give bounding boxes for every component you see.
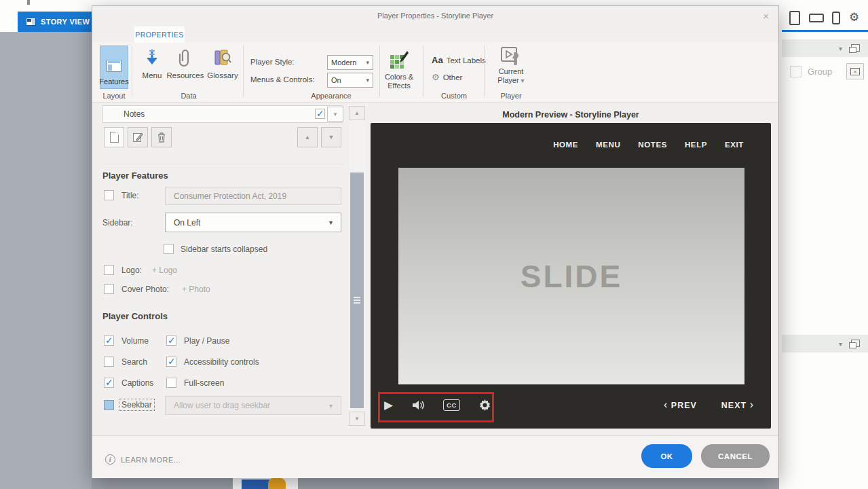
nav-help[interactable]: HELP	[685, 141, 707, 149]
sidebar-select[interactable]: On Left ▾	[165, 213, 341, 232]
player-style-label: Player Style:	[250, 58, 295, 66]
add-photo-link[interactable]: + Photo	[182, 285, 210, 294]
captions-label: Captions	[121, 378, 153, 388]
colors-effects-button[interactable]	[389, 50, 409, 70]
check-icon: ✓	[316, 109, 324, 118]
phone-icon[interactable]	[832, 12, 840, 24]
story-view-icon	[26, 18, 36, 26]
colors-effects-icon	[389, 50, 409, 70]
info-icon: i	[105, 454, 115, 465]
accessibility-checkbox[interactable]: ✓	[166, 357, 176, 367]
cancel-button[interactable]: CANCEL	[701, 444, 770, 468]
scrollbar-thumb[interactable]	[350, 173, 364, 408]
up-arrow-icon: ▲	[305, 134, 311, 141]
tablet-landscape-icon[interactable]	[809, 14, 824, 22]
resources-paperclip-icon	[178, 48, 192, 67]
colors-effects-line2: Effects	[378, 82, 420, 90]
menu-label: Menu	[143, 71, 162, 79]
menu-button[interactable]: Menu	[138, 48, 166, 79]
preview-title: Modern Preview - Storyline Player	[371, 110, 771, 120]
settings-gear-icon[interactable]: ⚙	[849, 10, 859, 24]
seekbar-select-value: Allow user to drag seekbar	[174, 401, 270, 410]
title-checkbox[interactable]: ✓	[104, 190, 114, 200]
captions-checkbox[interactable]: ✓	[104, 378, 114, 388]
next-button[interactable]: NEXT ›	[721, 400, 754, 410]
move-up-button[interactable]: ▲	[297, 127, 318, 147]
volume-checkbox[interactable]: ✓	[104, 336, 114, 346]
player-controls-header: Player Controls	[102, 311, 168, 321]
group-label: Group	[808, 67, 832, 77]
ok-button[interactable]: OK	[641, 444, 692, 468]
notes-dropdown-button[interactable]: ▾	[327, 107, 343, 122]
group-checkbox[interactable]	[790, 66, 801, 77]
group-label-data: Data	[148, 92, 229, 100]
group-label-layout: Layout	[73, 92, 155, 100]
scroll-down-button[interactable]: ▼	[349, 412, 365, 426]
seekbar-checkbox[interactable]	[104, 400, 114, 410]
logo-label: Logo:	[121, 266, 142, 275]
seekbar-select[interactable]: Allow user to drag seekbar ▾	[165, 396, 341, 415]
windows-icon[interactable]	[849, 340, 858, 348]
caret-down-icon: ▾	[329, 219, 333, 226]
current-player-line1: Current	[495, 67, 527, 76]
add-logo-link[interactable]: + Logo	[152, 266, 177, 275]
notes-label: Notes	[124, 109, 145, 119]
player-properties-dialog: Player Properties - Storyline Player × P…	[92, 5, 779, 478]
collapse-caret-icon[interactable]: ▾	[839, 340, 842, 348]
windows-icon[interactable]	[849, 44, 858, 52]
collapse-caret-icon[interactable]: ▾	[839, 45, 842, 52]
delete-item-button[interactable]	[151, 127, 172, 147]
up-arrow-icon: ▲	[354, 110, 360, 116]
fullscreen-checkbox[interactable]: ✓	[166, 378, 176, 388]
nav-menu[interactable]: MENU	[596, 141, 620, 149]
text-labels-button[interactable]: Aa Text Labels	[432, 55, 486, 65]
sidebar-collapsed-checkbox[interactable]: ✓	[164, 244, 174, 254]
scroll-up-button[interactable]: ▲	[349, 106, 365, 120]
features-button[interactable]: Features	[100, 46, 128, 89]
player-nav: HOME MENU NOTES HELP EXIT	[553, 141, 744, 149]
menus-controls-select[interactable]: On ▾	[327, 73, 373, 88]
title-input[interactable]: Consumer Protection Act, 2019	[165, 187, 341, 205]
nav-exit[interactable]: EXIT	[725, 141, 744, 149]
nav-notes[interactable]: NOTES	[638, 141, 667, 149]
prev-button[interactable]: ‹ PREV	[664, 400, 697, 410]
glossary-button[interactable]: Glossary	[205, 48, 240, 79]
tablet-portrait-icon[interactable]	[789, 11, 800, 25]
tab-properties[interactable]: PROPERTIES	[134, 26, 185, 43]
other-button[interactable]: ⚙ Other	[432, 72, 462, 82]
cover-photo-checkbox[interactable]: ✓	[104, 284, 114, 294]
background-artifact	[27, 0, 30, 5]
title-label: Title:	[121, 191, 139, 200]
player-style-select[interactable]: Modern ▾	[327, 55, 373, 70]
search-label: Search	[121, 357, 147, 367]
caret-down-icon: ▾	[334, 111, 337, 117]
annotation-highlight-box	[378, 392, 494, 422]
divider	[102, 164, 343, 164]
close-window-button[interactable]: ×	[846, 63, 864, 79]
slide-placeholder-text: SLIDE	[521, 258, 622, 295]
ribbon-divider	[132, 46, 132, 97]
group-option-row: Group ×	[782, 61, 868, 82]
sidebar-collapsed-label: Sidebar starts collapsed	[181, 244, 267, 254]
new-item-button[interactable]	[104, 127, 124, 147]
notes-list-row[interactable]: Notes	[102, 105, 343, 123]
logo-checkbox[interactable]: ✓	[104, 265, 114, 275]
play-pause-checkbox[interactable]: ✓	[166, 336, 176, 346]
learn-more-link[interactable]: i LEARN MORE...	[105, 454, 181, 465]
glossary-label: Glossary	[207, 71, 238, 79]
features-label: Features	[99, 77, 128, 86]
grip-line	[354, 300, 360, 301]
move-down-button[interactable]: ▼	[321, 127, 341, 147]
tab-story-view[interactable]: STORY VIEW	[18, 12, 92, 32]
current-player-button[interactable]: Current Player ▾	[495, 46, 527, 85]
close-icon[interactable]: ×	[763, 10, 769, 22]
play-pause-label: Play / Pause	[184, 336, 229, 346]
resources-button[interactable]: Resources	[166, 48, 205, 79]
slide-badge	[268, 478, 286, 489]
player-style-value: Modern	[331, 58, 356, 67]
sidebar-value: On Left	[174, 218, 200, 228]
search-checkbox[interactable]: ✓	[104, 357, 114, 367]
edit-item-button[interactable]	[128, 127, 148, 147]
nav-home[interactable]: HOME	[553, 141, 578, 149]
notes-checkbox[interactable]: ✓	[315, 109, 325, 119]
